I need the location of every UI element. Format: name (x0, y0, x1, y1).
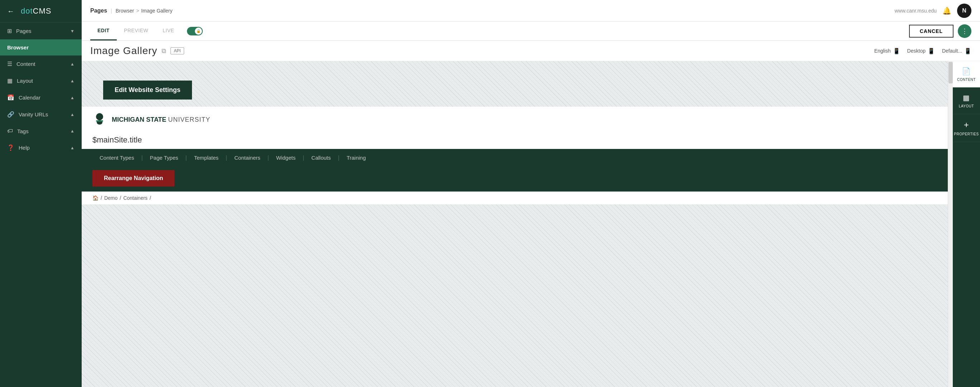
content-panel-icon: 📄 (962, 67, 971, 76)
chevron-icon: ▲ (70, 128, 75, 133)
page-title: Image Gallery (90, 45, 157, 57)
content-panel-label: CONTENT (957, 78, 976, 82)
sidebar-item-content[interactable]: ☰ Content ▲ (0, 56, 82, 72)
website-area: Edit Website Settings MICHIGAN (82, 61, 948, 205)
sidebar-item-help[interactable]: ❓ Help ▲ (0, 139, 82, 156)
sidebar-item-label: Content (16, 61, 35, 67)
tab-live[interactable]: LIVE (156, 22, 181, 40)
msu-light-name: UNIVERSITY (168, 116, 210, 123)
avatar[interactable]: N (957, 3, 971, 18)
main-area: Pages | Browser > Image Gallery www.canr… (82, 0, 980, 387)
sidebar-item-label: Layout (17, 78, 33, 84)
calendar-icon: 📅 (7, 94, 14, 101)
domain-label: www.canr.msu.edu (895, 8, 937, 14)
properties-panel-icon: + (964, 120, 969, 130)
page-title-options: English 📱 Desktop 📱 Default... 📱 (874, 48, 971, 54)
sidebar-item-label: Vanity URLs (19, 111, 48, 117)
sidebar-item-vanity-urls[interactable]: 🔗 Vanity URLs ▲ (0, 106, 82, 123)
breadcrumb-pages: Pages (90, 8, 107, 14)
sidebar-logo: ← dotCMS (0, 0, 82, 22)
chevron-icon: ▲ (70, 62, 75, 67)
right-panel: 📄 CONTENT ▦ LAYOUT + PROPERTIES (953, 61, 980, 387)
scrollbar-thumb[interactable] (948, 62, 953, 83)
sidebar-item-calendar[interactable]: 📅 Calendar ▲ (0, 89, 82, 106)
nav-item-page-types[interactable]: Page Types (143, 149, 186, 167)
canvas: Edit Website Settings MICHIGAN (82, 61, 948, 387)
msu-name: MICHIGAN STATE UNIVERSITY (112, 116, 210, 124)
tab-preview[interactable]: PREVIEW (117, 22, 156, 40)
more-icon: ⋮ (961, 27, 968, 35)
right-panel-layout[interactable]: ▦ LAYOUT (953, 88, 980, 114)
spartan-helmet-icon (92, 113, 107, 127)
tag-icon: 🏷 (7, 128, 13, 134)
sidebar-item-label: Help (19, 144, 30, 151)
scrollbar[interactable] (948, 61, 953, 387)
breadcrumb-arrow: > (136, 8, 139, 14)
properties-panel-label: PROPERTIES (954, 132, 978, 136)
msu-bold-name: MICHIGAN STATE (112, 116, 166, 123)
logo-text: dotCMS (21, 6, 51, 16)
breadcrumb-slash-2: / (119, 195, 121, 201)
bottom-breadcrumb: 🏠 / Demo / Containers / (82, 192, 948, 205)
language-label: English (874, 48, 891, 54)
tab-edit[interactable]: EDIT (90, 22, 117, 40)
chevron-icon: ▲ (70, 145, 75, 151)
api-badge[interactable]: API (170, 47, 184, 54)
back-arrow[interactable]: ← (7, 7, 14, 15)
device-option[interactable]: Desktop 📱 (907, 48, 935, 54)
page-title-bar: Image Gallery ⧉ API English 📱 Desktop 📱 … (82, 41, 980, 61)
right-panel-properties[interactable]: + PROPERTIES (953, 114, 980, 142)
template-option[interactable]: Default... 📱 (942, 48, 971, 54)
breadcrumb: Pages | Browser > Image Gallery (90, 8, 172, 14)
layout-icon: ▦ (7, 77, 13, 84)
nav-item-content-types[interactable]: Content Types (92, 149, 141, 167)
sidebar-item-layout[interactable]: ▦ Layout ▲ (0, 72, 82, 89)
edit-settings-button[interactable]: Edit Website Settings (103, 81, 192, 100)
notification-icon[interactable]: 🔔 (942, 6, 951, 15)
breadcrumb-slash-3: / (150, 195, 151, 201)
rearrange-navigation-button[interactable]: Rearrange Navigation (92, 170, 175, 187)
rearrange-container: Rearrange Navigation (92, 167, 937, 192)
nav-item-widgets[interactable]: Widgets (269, 149, 303, 167)
svg-rect-3 (96, 120, 103, 122)
more-options-button[interactable]: ⋮ (958, 24, 971, 38)
topbar: Pages | Browser > Image Gallery www.canr… (82, 0, 980, 22)
page-content: Edit Website Settings MICHIGAN (82, 61, 980, 387)
pages-icon: ⊞ (7, 28, 12, 34)
nav-item-callouts[interactable]: Callouts (304, 149, 338, 167)
layout-panel-icon: ▦ (963, 94, 970, 102)
right-panel-content[interactable]: 📄 CONTENT (953, 61, 980, 88)
chevron-down-icon: ▼ (70, 29, 75, 34)
lock-icon: 🔒 (196, 29, 200, 33)
device-icon: 📱 (928, 48, 935, 54)
live-toggle[interactable]: 🔒 (187, 27, 203, 35)
editbar-right: CANCEL ⋮ (909, 24, 971, 38)
breadcrumb-demo[interactable]: Demo (104, 195, 118, 201)
nav-item-training[interactable]: Training (340, 149, 373, 167)
sidebar-item-tags[interactable]: 🏷 Tags ▲ (0, 123, 82, 139)
nav-item-containers[interactable]: Containers (227, 149, 267, 167)
breadcrumb-home-icon[interactable]: 🏠 (92, 195, 99, 201)
nav-bar: Content Types | Page Types | Templates |… (82, 149, 948, 192)
breadcrumb-containers[interactable]: Containers (123, 195, 148, 201)
sidebar-item-pages[interactable]: ⊞ Pages ▼ (0, 22, 82, 40)
breadcrumb-browser[interactable]: Browser (116, 8, 134, 14)
layout-panel-label: LAYOUT (959, 104, 974, 108)
help-icon: ❓ (7, 144, 14, 151)
language-option[interactable]: English 📱 (874, 48, 900, 54)
toggle-switch[interactable]: 🔒 (187, 27, 203, 35)
cancel-button[interactable]: CANCEL (909, 25, 953, 38)
chevron-icon: ▲ (70, 112, 75, 117)
breadcrumb-separator: | (111, 8, 112, 14)
template-label: Default... (942, 48, 962, 54)
template-icon: 📱 (964, 48, 971, 54)
main-site-title: $mainSite.title (82, 132, 948, 149)
sidebar-item-label: Tags (17, 128, 29, 134)
copy-icon[interactable]: ⧉ (162, 47, 166, 55)
content-icon: ☰ (7, 60, 12, 67)
msu-header: MICHIGAN STATE UNIVERSITY (82, 107, 948, 132)
nav-item-templates[interactable]: Templates (187, 149, 226, 167)
sidebar-item-browser[interactable]: Browser (0, 40, 82, 56)
msu-logo (92, 113, 107, 127)
editbar: EDIT PREVIEW LIVE 🔒 CANCEL ⋮ (82, 22, 980, 41)
